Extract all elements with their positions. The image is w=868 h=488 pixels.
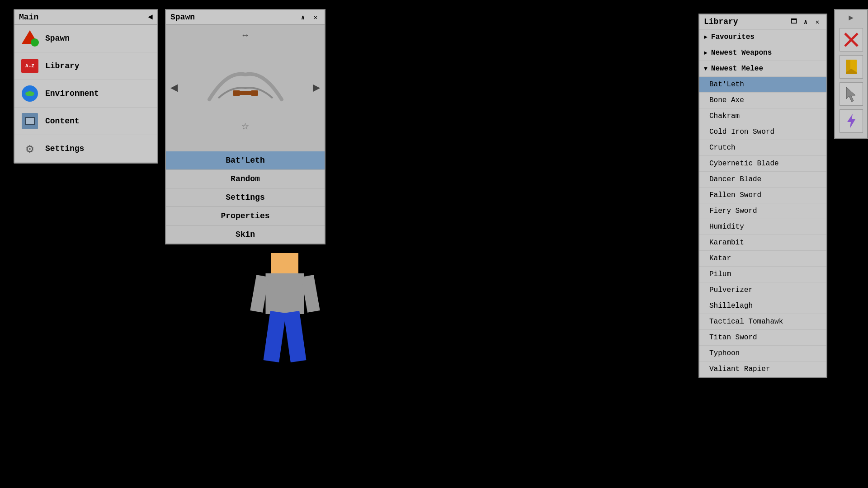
spawn-minimize-btn[interactable]: ∧ [298,13,307,22]
sidebar-item-spawn-label: Spawn [45,34,70,43]
lib-item-pulverizer[interactable]: Pulverizer [699,282,826,298]
lib-item-pulverizer-label: Pulverizer [709,286,753,294]
spawn-title-buttons: ∧ ✕ [298,13,320,22]
lib-item-pilum-label: Pilum [709,270,731,278]
library-minimize-btn[interactable]: ∧ [801,17,810,26]
lib-item-bone-axe-label: Bone Axe [709,96,744,104]
lib-item-valiant-rapier[interactable]: Valiant Rapier [699,361,826,377]
lib-item-cybernetic-label: Cybernetic Blade [709,160,779,168]
character-arm-right [301,275,320,313]
lib-item-tactical-label: Tactical Tomahawk [709,318,783,326]
sidebar-item-spawn[interactable]: Spawn [14,25,157,52]
library-panel-title: Library 🗖 ∧ ✕ [699,14,826,29]
toolbar-cursor-btn[interactable] [840,82,863,106]
main-panel-title: Main ◄ [14,10,157,25]
content-icon [21,112,39,130]
spawn-icon [21,29,39,47]
spawn-skin-label: Skin [236,230,255,239]
lib-item-fallen-label: Fallen Sword [709,191,761,199]
lib-item-cold-iron-label: Cold Iron Sword [709,128,774,136]
newest-melee-arrow-icon: ▼ [704,66,708,72]
lib-item-dancer-blade[interactable]: Dancer Blade [699,172,826,188]
newest-weapons-arrow-icon: ► [704,50,708,56]
batleth-preview-svg [200,66,291,111]
lib-item-cold-iron-sword[interactable]: Cold Iron Sword [699,124,826,140]
settings-icon: ⚙ [21,140,39,158]
lib-category-newest-melee[interactable]: ▼ Newest Melee [699,61,826,77]
lib-category-newest-weapons[interactable]: ► Newest Weapons [699,45,826,61]
weapon-preview [196,61,295,115]
lib-item-chakram[interactable]: Chakram [699,108,826,124]
library-close-btn[interactable]: ✕ [813,17,822,26]
toolbar-bookmark-btn[interactable] [840,55,863,79]
cursor-icon [844,86,858,102]
newest-weapons-label: Newest Weapons [711,49,772,57]
lib-category-favourites[interactable]: ► Favourites [699,29,826,45]
library-title-buttons: 🗖 ∧ ✕ [789,17,822,26]
spawn-close-btn[interactable]: ✕ [311,13,320,22]
lib-item-cybernetic-blade[interactable]: Cybernetic Blade [699,156,826,172]
lib-item-bone-axe[interactable]: Bone Axe [699,93,826,108]
sidebar-item-content-label: Content [45,117,80,126]
lib-item-fiery-sword[interactable]: Fiery Sword [699,203,826,219]
lib-item-chakram-label: Chakram [709,112,740,120]
spawn-panel: Spawn ∧ ✕ ↔ ◄ ► ☆ Bat'Leth [165,9,326,244]
lib-item-fallen-sword[interactable]: Fallen Sword [699,188,826,203]
lib-item-batleth-label: Bat'Leth [709,80,744,89]
x-icon [843,32,859,48]
main-collapse-icon[interactable]: ◄ [148,13,153,22]
lib-item-shillelagh-label: Shillelagh [709,302,753,310]
lib-item-crutch-label: Crutch [709,144,736,152]
lib-item-crutch[interactable]: Crutch [699,140,826,156]
main-panel: Main ◄ Spawn A-Z Library Environment [14,9,158,164]
sidebar-item-environment-label: Environment [45,89,99,98]
sidebar-item-environment[interactable]: Environment [14,80,157,108]
lib-item-batleth[interactable]: Bat'Leth [699,77,826,93]
library-pin-btn[interactable]: 🗖 [789,17,798,26]
lib-item-pilum[interactable]: Pilum [699,267,826,282]
lib-item-tactical-tomahawk[interactable]: Tactical Tomahawk [699,314,826,330]
svg-rect-1 [251,90,258,96]
spawn-properties-label: Properties [221,211,269,221]
lib-item-karambit-label: Karambit [709,239,744,247]
sidebar-item-settings[interactable]: ⚙ Settings [14,135,157,163]
bookmark-icon [844,59,858,75]
lib-item-humidity-label: Humidity [709,223,744,231]
character-leg-right [284,311,307,362]
spawn-settings-btn[interactable]: Settings [166,188,325,206]
character-arm-left [250,275,269,313]
library-title-label: Library [704,17,738,26]
spawn-random-btn[interactable]: Random [166,169,325,188]
lib-item-katar[interactable]: Katar [699,251,826,267]
spawn-skin-btn[interactable]: Skin [166,225,325,244]
spawn-panel-title: Spawn ∧ ✕ [166,10,325,25]
lib-item-karambit[interactable]: Karambit [699,235,826,251]
sidebar-item-content[interactable]: Content [14,108,157,135]
toolbar-lightning-btn[interactable] [840,109,863,133]
toolbar-close-btn[interactable] [840,28,863,52]
right-toolbar: ► [834,9,868,139]
sidebar-item-library[interactable]: A-Z Library [14,52,157,80]
lib-item-shillelagh[interactable]: Shillelagh [699,298,826,314]
toolbar-collapse-btn[interactable]: ► [847,14,856,23]
character-body [266,273,304,314]
lib-item-typhoon[interactable]: Typhoon [699,346,826,361]
lib-item-dancer-label: Dancer Blade [709,175,761,183]
favourites-label: Favourites [711,33,755,41]
lib-item-valiant-label: Valiant Rapier [709,365,770,373]
lib-item-humidity[interactable]: Humidity [699,219,826,235]
lightning-icon [844,113,858,129]
spawn-selected-item[interactable]: Bat'Leth [166,151,325,169]
spawn-preview-area: ↔ ◄ ► ☆ [166,25,325,151]
prev-weapon-btn[interactable]: ◄ [170,81,178,95]
lib-item-titan-sword[interactable]: Titan Sword [699,330,826,346]
environment-icon [21,84,39,103]
library-icon: A-Z [21,57,39,75]
spawn-random-label: Random [231,174,260,183]
next-weapon-btn[interactable]: ► [312,81,320,95]
spawn-title-label: Spawn [170,13,195,22]
star-rating[interactable]: ☆ [241,118,249,133]
resize-arrow-icon: ↔ [242,30,248,41]
spawn-properties-btn[interactable]: Properties [166,206,325,225]
lib-item-katar-label: Katar [709,254,731,263]
